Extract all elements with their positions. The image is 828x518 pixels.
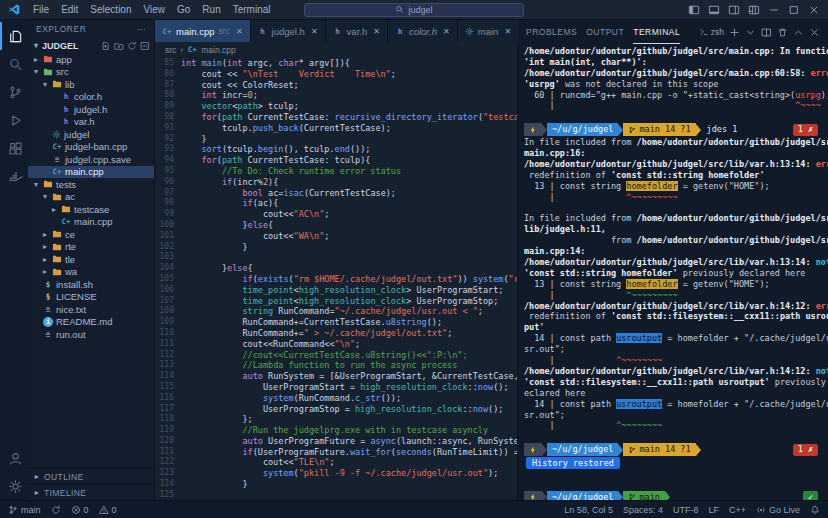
new-file-icon[interactable] (101, 41, 111, 51)
close-icon[interactable]: ✕ (311, 27, 318, 36)
code-line[interactable]: 125 (155, 490, 517, 500)
tree-file-nice-txt[interactable]: ≡nice.txt (28, 303, 154, 316)
tree-file-run-out[interactable]: ≡run.out (28, 328, 154, 341)
code-line[interactable]: 115 UserProgramStart = high_resolution_c… (155, 382, 517, 393)
code-line[interactable]: 119 //Run the judgelprg.exe with in test… (155, 425, 517, 436)
project-section-header[interactable]: ▾JUDGEL (28, 38, 154, 53)
code-line[interactable]: 102 } (155, 242, 517, 253)
close-icon[interactable]: ✕ (443, 27, 450, 36)
tab-judgel-h[interactable]: hjudgel.h✕ (251, 20, 326, 42)
status-sync[interactable] (51, 505, 61, 515)
code-line[interactable]: 103 (155, 252, 517, 263)
command-center-search[interactable]: judgel (304, 3, 524, 17)
tree-file-install-sh[interactable]: $install.sh (28, 278, 154, 291)
plus-icon[interactable] (729, 27, 740, 38)
code-line[interactable]: 94 for(path CurrentTestCase: tculp){ (155, 155, 517, 166)
activity-docker[interactable] (0, 162, 28, 190)
code-line[interactable]: 109 RunCommand+=CurrentTestCase.u8string… (155, 317, 517, 328)
code-line[interactable]: 99 cout<<"AC\n"; (155, 209, 517, 220)
tab-color-h[interactable]: hcolor.h✕ (388, 20, 458, 42)
tree-folder-tle[interactable]: ▸tle (28, 253, 154, 266)
code-line[interactable]: 93 sort(tculp.begin(), tculp.end()); (155, 144, 517, 155)
activity-settings[interactable] (0, 472, 28, 500)
tree-folder-rte[interactable]: ▸rte (28, 241, 154, 254)
new-folder-icon[interactable] (114, 41, 124, 51)
status-ln-58-col-5[interactable]: Ln 58, Col 5 (564, 505, 613, 515)
status-error[interactable]: 0 (71, 505, 89, 515)
tree-file-judgel-h[interactable]: hjudgel.h (28, 103, 154, 116)
activity-extensions[interactable] (0, 134, 28, 162)
close-icon[interactable]: ✕ (373, 27, 380, 36)
code-line[interactable]: 87 cout << ColorReset; (155, 80, 517, 91)
panel-tab-problems[interactable]: PROBLEMS (526, 20, 577, 44)
breadcrumb[interactable]: src›C+main.cpp (155, 42, 517, 57)
menu-go[interactable]: Go (171, 4, 196, 15)
terminal-shell-selector[interactable]: zsh (699, 27, 724, 37)
tab-main-cpp[interactable]: C+main.cppsrc✕ (155, 20, 251, 42)
panel-tab-output[interactable]: OUTPUT (586, 20, 624, 44)
trash-icon[interactable] (777, 27, 788, 38)
code-line[interactable]: 112 //cout<<CurrentTestCase.u8string()<<… (155, 350, 517, 361)
status-warning[interactable]: 0 (99, 505, 117, 515)
more-actions-icon[interactable]: ⋯ (137, 24, 146, 34)
code-line[interactable]: 106 time_point<high_resolution_clock> Us… (155, 285, 517, 296)
code-line[interactable]: 104 }else{ (155, 263, 517, 274)
close-icon[interactable]: ✕ (504, 27, 511, 36)
tree-file-judgel-cpp-save[interactable]: ≡judgel.cpp.save (28, 153, 154, 166)
win-min-icon[interactable] (768, 4, 780, 16)
close-icon[interactable]: ✕ (236, 27, 243, 36)
status-lf[interactable]: LF (708, 505, 719, 515)
section-timeline[interactable]: ▸TIMELINE (28, 484, 154, 500)
code-line[interactable]: 114 auto RunSystem = [&UserProgramStart,… (155, 371, 517, 382)
panel-tab-terminal[interactable]: TERMINAL (633, 20, 680, 44)
status-spaces-4[interactable]: Spaces: 4 (623, 505, 663, 515)
menu-edit[interactable]: Edit (55, 4, 84, 15)
refresh-icon[interactable] (127, 41, 137, 51)
tree-file-main-cpp[interactable]: C+main.cpp (28, 216, 154, 229)
code-line[interactable]: 101 cout<<"WA\n"; (155, 231, 517, 242)
code-line[interactable]: 89 vector<path> tculp; (155, 101, 517, 112)
section-outline[interactable]: ▸OUTLINE (28, 468, 154, 484)
tree-folder-lib[interactable]: ▾lib (28, 78, 154, 91)
code-line[interactable]: 100 }else{ (155, 220, 517, 231)
code-line[interactable]: 90 for(path CurrentTestCase: recursive_d… (155, 112, 517, 123)
tree-folder-tests[interactable]: ▾tests (28, 178, 154, 191)
code-line[interactable]: 121 if(UserProgramFuture.wait_for(second… (155, 447, 517, 458)
chev-down-icon[interactable] (745, 27, 756, 38)
tree-file-judgel-ban-cpp[interactable]: C+judgel-ban.cpp (28, 141, 154, 154)
tree-folder-app[interactable]: ▸app (28, 53, 154, 66)
status-bell[interactable] (810, 505, 820, 515)
tree-file-main-cpp[interactable]: C+main.cpp (28, 166, 154, 179)
activity-explorer[interactable] (0, 22, 28, 50)
code-line[interactable]: 113 //Lambda function to run the async p… (155, 360, 517, 371)
tree-folder-src[interactable]: ▾src (28, 66, 154, 79)
editor-code[interactable]: 85int main(int argc, char* argv[]){86 co… (155, 57, 517, 500)
code-line[interactable]: 97 bool ac=isac(CurrentTestCase); (155, 188, 517, 199)
split-icon[interactable] (761, 27, 772, 38)
activity-source-control[interactable] (0, 78, 28, 106)
status-utf-8[interactable]: UTF-8 (673, 505, 699, 515)
code-line[interactable]: 92 } (155, 134, 517, 145)
menu-file[interactable]: File (27, 4, 55, 15)
code-line[interactable]: 107 time_point<high_resolution_clock> Us… (155, 296, 517, 307)
status-branch[interactable]: main (8, 505, 41, 515)
code-line[interactable]: 85int main(int argc, char* argv[]){ (155, 58, 517, 69)
code-line[interactable]: 86 cout << "\nTest Verdict Time\n"; (155, 69, 517, 80)
menu-run[interactable]: Run (196, 4, 226, 15)
activity-search[interactable] (0, 50, 28, 78)
code-line[interactable]: 118 }; (155, 414, 517, 425)
menu-view[interactable]: View (138, 4, 172, 15)
chev-up-icon[interactable] (793, 27, 804, 38)
code-line[interactable]: 120 auto UserProgramFuture = async(launc… (155, 436, 517, 447)
code-line[interactable]: 98 if(ac){ (155, 198, 517, 209)
code-line[interactable]: 105 if(exists("rm $HOME/.cache/judgel/ou… (155, 274, 517, 285)
code-line[interactable]: 91 tculp.push_back(CurrentTestCase); (155, 123, 517, 134)
status-broadcast[interactable]: Go Live (756, 505, 800, 515)
code-line[interactable]: 88 int incr=0; (155, 90, 517, 101)
code-line[interactable]: 116 system(RunCommand.c_str()); (155, 393, 517, 404)
menu-selection[interactable]: Selection (84, 4, 137, 15)
tree-file-color-h[interactable]: hcolor.h (28, 91, 154, 104)
code-line[interactable]: 96 if(incr%2){ (155, 177, 517, 188)
win-max-icon[interactable] (788, 4, 800, 16)
collapse-icon[interactable] (140, 41, 150, 51)
